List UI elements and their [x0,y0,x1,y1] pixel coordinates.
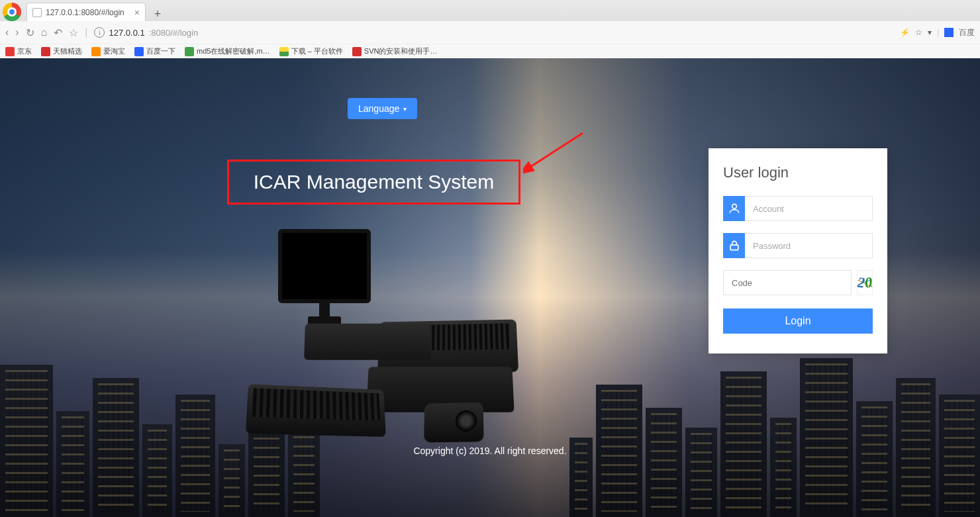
code-input[interactable] [723,270,852,295]
password-input[interactable] [745,233,873,258]
bookmark-item[interactable]: 爱淘宝 [91,46,125,56]
nav-star-icon[interactable]: ☆ [69,26,78,39]
system-title: ICAR Management System [254,171,494,193]
browser-tab[interactable]: 127.0.0.1:8080/#/login × [26,3,146,21]
bookmark-icon [279,47,289,56]
user-icon [723,196,745,221]
bookmark-label: 百度一下 [146,46,175,56]
svg-rect-2 [730,245,738,250]
lock-icon [723,233,745,258]
bookmark-label: 爱淘宝 [103,46,125,56]
flash-icon[interactable]: ⚡ [900,28,910,37]
divider: | [937,28,939,37]
bookmark-icon [134,47,144,56]
captcha-image[interactable]: 2 2 0 3 [857,270,873,295]
site-info-icon[interactable]: i [94,27,105,38]
nav-home-icon[interactable]: ⌂ [41,26,48,38]
annotation-arrow-icon [523,130,589,176]
divider: | [85,26,87,38]
bookmark-icon [41,47,50,56]
nav-undo-icon[interactable]: ↶ [54,26,62,39]
bookmark-item[interactable]: md5在线解密破解,m… [185,46,270,56]
bookmark-item[interactable]: SVN的安装和使用手… [352,46,438,56]
search-engine-label[interactable]: 百度 [959,27,975,38]
bookmark-label: 天猫精选 [53,46,82,56]
account-input[interactable] [745,196,873,221]
nav-back-icon[interactable]: ‹ [5,26,9,38]
bookmark-label: 京东 [17,46,32,56]
tab-close-icon[interactable]: × [134,7,140,18]
svg-point-1 [732,204,736,209]
tab-bar: 127.0.0.1:8080/#/login × + [0,0,980,21]
code-row: 2 2 0 3 [723,270,873,295]
bookmarks-bar: 京东天猫精选爱淘宝百度一下md5在线解密破解,m…下载 – 平台软件SVN的安装… [0,44,980,58]
bookmark-icon [185,47,194,56]
system-title-highlight: ICAR Management System [227,160,520,205]
bookmark-icon [5,47,15,56]
login-card: User login 2 2 0 3 [709,148,887,353]
bookmark-icon [91,47,101,56]
bookmark-label: SVN的安装和使用手… [364,46,438,56]
login-page: Language ▾ ICAR Management System User l… [0,58,980,517]
page-icon [32,8,42,17]
copyright: Copyright (c) 2019. All right reserved. [0,446,980,456]
login-title: User login [723,164,873,181]
language-dropdown[interactable]: Language ▾ [348,98,417,119]
bookmark-item[interactable]: 京东 [5,46,32,56]
browser-chrome: 127.0.0.1:8080/#/login × + ‹ › ↻ ⌂ ↶ ☆ |… [0,0,980,58]
url-path: :8080/#/login [149,28,198,38]
new-tab-button[interactable]: + [148,7,167,21]
bookmark-label: md5在线解密破解,m… [197,46,270,56]
bookmark-item[interactable]: 下载 – 平台软件 [279,46,343,56]
bookmark-item[interactable]: 天猫精选 [41,46,82,56]
url-display[interactable]: i 127.0.0.1:8080/#/login [94,27,198,38]
svg-line-0 [528,133,583,168]
login-button[interactable]: Login [723,308,873,334]
address-bar: ‹ › ↻ ⌂ ↶ ☆ | i 127.0.0.1:8080/#/login ⚡… [0,21,980,44]
toolbar-right: ⚡ ☆ ▾ | 百度 [900,27,975,38]
bookmark-icon [352,47,362,56]
chevron-down-icon: ▾ [403,105,407,113]
tab-title: 127.0.0.1:8080/#/login [46,8,124,17]
bookmark-item[interactable]: 百度一下 [134,46,175,56]
favorite-icon[interactable]: ☆ [915,28,922,37]
account-field [723,196,873,221]
browser-logo-icon [3,3,21,21]
dropdown-icon[interactable]: ▾ [928,28,932,37]
language-label: Language [358,103,399,114]
nav-reload-icon[interactable]: ↻ [26,26,34,39]
url-host: 127.0.0.1 [109,28,144,38]
nav-forward-icon[interactable]: › [15,26,19,38]
bookmark-label: 下载 – 平台软件 [291,46,343,56]
search-engine-icon[interactable] [944,28,954,37]
product-image [232,224,550,429]
password-field [723,233,873,258]
